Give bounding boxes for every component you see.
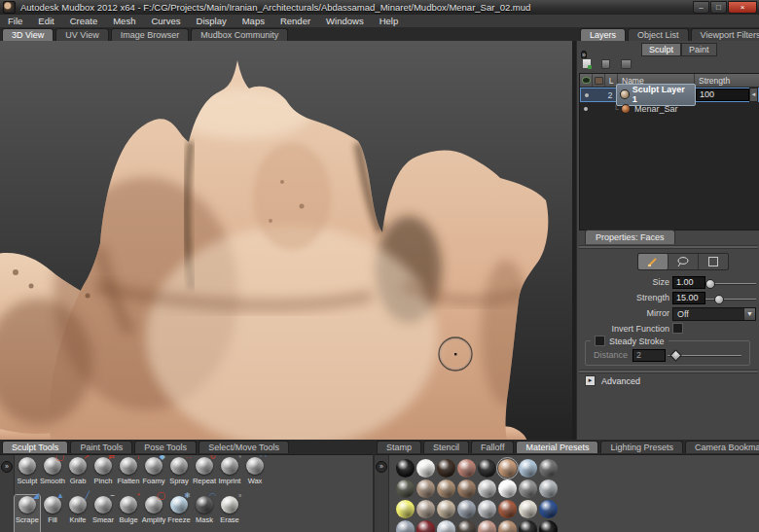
material-swatch[interactable] [437,520,455,532]
tools-tray-tab[interactable]: Pose Tools [134,441,197,453]
material-swatch[interactable] [437,459,455,478]
material-swatch[interactable] [478,459,496,478]
advanced-section[interactable]: ► Advanced [585,375,640,386]
layer-strength-field[interactable]: 100 [696,89,749,101]
material-swatch[interactable] [539,459,558,478]
merge-layers-icon[interactable] [621,58,632,68]
paint-column-icon[interactable] [593,74,605,87]
material-swatch[interactable] [519,479,537,498]
material-swatch[interactable] [478,500,496,518]
distance-slider[interactable] [668,349,741,361]
minimize-button[interactable]: – [693,1,709,14]
tool-button[interactable]: ⇄ Pinch [90,456,116,495]
menu-item[interactable]: Curves [143,16,188,26]
size-slider[interactable] [705,277,756,289]
close-button[interactable]: × [728,1,757,14]
tool-button[interactable]: * Bulge [116,495,141,532]
tool-button[interactable]: ▫ Erase [217,495,242,532]
expand-arrow-icon[interactable]: ► [585,375,596,386]
menu-item[interactable]: Render [272,16,318,26]
tool-button[interactable]: ❄ Freeze [166,495,192,532]
mirror-dropdown[interactable]: Off▼ [672,307,756,321]
layer-visibility-dot[interactable] [580,107,592,111]
material-swatch[interactable] [539,479,558,498]
material-swatch[interactable] [498,479,517,498]
properties-tab[interactable]: Properties: Faces [585,230,675,244]
view-tab[interactable]: Mudbox Community [191,28,288,41]
tool-button[interactable]: ▲ Fill [40,495,65,532]
maximize-button[interactable]: □ [710,1,727,14]
delete-layer-icon[interactable] [601,58,612,68]
tool-button[interactable]: ↗ Grab [65,456,90,495]
steady-stroke-checkbox[interactable] [595,336,605,346]
tools-tray-tab[interactable]: Paint Tools [70,441,132,453]
material-swatch[interactable] [457,520,476,532]
tool-button[interactable]: ↓ Flatten [116,456,141,495]
tool-button[interactable]: ◯ Smooth [40,456,65,495]
strength-field[interactable]: 15.00 [672,292,705,304]
brush-mode-button[interactable] [638,254,669,269]
lasso-mode-button[interactable] [669,254,699,269]
menu-item[interactable]: Windows [318,16,372,26]
view-tab[interactable]: UV View [55,28,108,41]
material-swatch[interactable] [519,459,537,478]
menu-item[interactable]: Create [62,16,106,26]
material-swatch[interactable] [396,500,415,518]
layer-visibility-dot[interactable] [581,93,593,97]
tool-button[interactable]: ~ Smear [90,495,116,532]
panel-tab[interactable]: Viewport Filters [691,28,759,41]
menu-item[interactable]: Maps [235,16,272,26]
material-swatch[interactable] [437,500,455,518]
menu-item[interactable]: Mesh [105,16,143,26]
tools-tray-tab[interactable]: Sculpt Tools [2,441,68,453]
marquee-mode-button[interactable] [699,254,728,269]
paint-mode-button[interactable]: Paint [681,43,717,56]
new-layer-icon[interactable] [582,58,593,68]
menu-item[interactable]: Edit [30,16,61,26]
material-swatch[interactable] [539,520,558,532]
tools-tray-tab[interactable]: Select/Move Tools [199,441,289,453]
tool-button[interactable]: ◠ Mask [192,495,217,532]
tools-tray-expand-icon[interactable]: » [1,461,13,473]
material-swatch[interactable] [478,479,496,498]
material-swatch[interactable] [498,500,517,518]
presets-tray-tab[interactable]: Camera Bookmarks [685,441,759,453]
material-swatch[interactable] [437,479,455,498]
tool-button[interactable]: ◦ Imprint [217,456,242,495]
presets-tray-expand-icon[interactable]: » [376,461,387,473]
material-swatch[interactable] [396,459,415,478]
material-swatch[interactable] [416,479,435,498]
material-swatch[interactable] [416,500,435,518]
presets-tray-tab[interactable]: Stencil [423,441,469,453]
menu-item[interactable]: Display [189,16,235,26]
material-swatch[interactable] [478,520,496,532]
presets-tray-tab[interactable]: Stamp [377,441,421,453]
view-tab[interactable]: 3D View [2,28,54,41]
viewport-3d[interactable] [0,41,572,440]
material-swatch[interactable] [416,520,435,532]
material-swatch[interactable] [396,479,415,498]
presets-tray-tab[interactable]: Lighting Presets [600,441,683,453]
layer-row-selected[interactable]: 2 Sculpt Layer 1 100 ◄ [580,88,759,102]
material-swatch[interactable] [396,520,415,532]
material-swatch[interactable] [457,479,476,498]
invert-function-checkbox[interactable] [672,323,683,334]
tool-button[interactable]: ↻ Repeat [192,456,217,495]
tool-button[interactable]: ◯ Amplify [141,495,166,532]
sculpt-mode-button[interactable]: Sculpt [641,43,681,56]
material-swatch[interactable] [498,520,517,532]
strength-spinner[interactable]: ◄ [749,88,758,102]
material-swatch[interactable] [457,500,476,518]
presets-tray-tab[interactable]: Falloff [471,441,514,453]
layer-row[interactable]: └ Menar_Sar [580,102,759,116]
tool-button[interactable]: ◢ Scrape [15,495,40,532]
panel-tab[interactable]: Object List [628,28,689,41]
layer-name[interactable]: Menar_Sar [632,104,759,114]
tool-button[interactable]: Sculpt [15,456,40,495]
distance-field[interactable]: 2 [632,349,666,362]
tool-button[interactable]: ◆ Foamy [141,456,166,495]
size-field[interactable]: 1.00 [672,276,705,289]
menu-item[interactable]: File [0,16,30,26]
chevron-down-icon[interactable]: ▼ [743,308,755,320]
layer-name-box[interactable]: Sculpt Layer 1 [616,84,696,106]
